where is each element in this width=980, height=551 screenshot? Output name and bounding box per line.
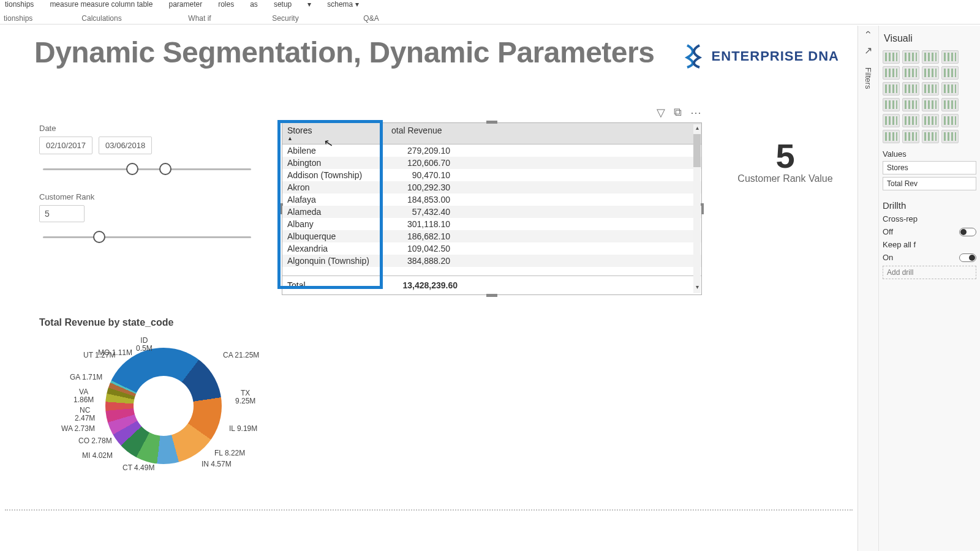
viz-type-icon[interactable]	[941, 82, 959, 96]
ribbon-item[interactable]: tionships	[4, 0, 35, 9]
viz-type-icon[interactable]	[883, 50, 900, 64]
table-row[interactable]: Albuquerque186,682.10	[282, 230, 701, 242]
date-slicer[interactable]: Date 02/10/2017 03/06/2018	[39, 124, 272, 175]
page-break	[5, 509, 853, 511]
donut-label: TX9.25M	[235, 389, 255, 405]
viz-type-icon[interactable]	[902, 50, 919, 64]
donut-label: NC2.47M	[75, 407, 95, 422]
donut-label: GA 1.71M	[70, 373, 102, 381]
rank-slicer[interactable]: Customer Rank 5	[39, 192, 272, 243]
viz-type-icon[interactable]	[883, 66, 900, 80]
table-row[interactable]: Algonquin (Township)384,888.20	[282, 255, 701, 267]
slicer-label: Customer Rank	[39, 192, 272, 201]
scrollbar[interactable]	[693, 134, 701, 283]
viz-type-icon[interactable]	[941, 66, 959, 80]
viz-type-icon[interactable]	[883, 114, 900, 127]
scroll-up-icon[interactable]: ▴	[693, 124, 701, 134]
viz-type-icon[interactable]	[883, 98, 900, 111]
donut-ring[interactable]	[105, 348, 222, 464]
ribbon-item[interactable]: measure measure column table	[48, 0, 154, 9]
cell-store: Abilene	[282, 144, 386, 157]
column-header-revenue[interactable]: otal Revenue	[386, 123, 701, 144]
table-row[interactable]: Albany301,118.10	[282, 218, 701, 230]
resize-handle[interactable]	[486, 294, 497, 297]
on-label: On	[883, 253, 893, 262]
add-drillthrough-field[interactable]: Add drill	[883, 266, 976, 279]
viz-type-icon[interactable]	[902, 98, 919, 111]
viz-type-icon[interactable]	[902, 82, 919, 96]
cross-report-toggle[interactable]	[959, 228, 976, 236]
viz-type-icon[interactable]	[922, 82, 939, 96]
scroll-thumb[interactable]	[693, 134, 701, 167]
donut-label: MI 4.02M	[82, 452, 113, 460]
field-pill-revenue[interactable]: Total Rev	[883, 177, 976, 190]
table-visual[interactable]: ▽ ⧉ ⋯ Stores ▲ ↖ otal Revenue Abilene279…	[282, 122, 702, 295]
collapse-chevron-icon[interactable]: ‹	[863, 31, 874, 34]
viz-type-icon[interactable]	[902, 130, 919, 143]
ribbon-item[interactable]: roles	[217, 0, 235, 9]
table-row[interactable]: Abington120,606.70	[282, 157, 701, 169]
visualizations-heading: Visuali	[884, 33, 976, 44]
donut-label: VA1.86M	[74, 388, 94, 404]
viz-type-icon[interactable]	[941, 130, 959, 143]
table-row[interactable]: Alameda57,432.40	[282, 206, 701, 218]
logo: ENTERPRISE DNA	[681, 44, 839, 69]
date-to-input[interactable]: 03/06/2018	[99, 137, 152, 154]
cell-revenue: 186,682.10	[386, 230, 701, 242]
donut-label: IL 9.19M	[229, 425, 257, 433]
viz-type-icon[interactable]	[883, 130, 900, 143]
cell-revenue: 279,209.10	[386, 144, 701, 157]
ribbon-item[interactable]: parameter	[167, 0, 203, 9]
scroll-down-icon[interactable]: ▾	[693, 283, 701, 293]
focus-mode-icon[interactable]: ⧉	[674, 106, 682, 119]
ribbon-item[interactable]: as	[249, 0, 259, 9]
slider-handle[interactable]	[93, 231, 105, 243]
ribbon-item[interactable]: schema ▾	[326, 0, 360, 9]
viz-type-icon[interactable]	[941, 50, 959, 64]
slider-handle-right[interactable]	[159, 163, 172, 175]
values-well-label: Values	[883, 149, 976, 159]
date-slider[interactable]	[43, 163, 251, 175]
card-visual[interactable]: 5 Customer Rank Value	[730, 136, 840, 184]
keep-filters-toggle[interactable]	[959, 253, 976, 262]
viz-type-icon[interactable]	[883, 82, 900, 96]
slider-handle-left[interactable]	[126, 163, 138, 175]
column-header-stores[interactable]: Stores	[287, 126, 312, 135]
field-pill-stores[interactable]: Stores	[883, 161, 976, 174]
ribbon: tionships measure measure column table p…	[0, 0, 980, 24]
viz-type-icon[interactable]	[902, 114, 919, 127]
filters-tab-label[interactable]: Filters	[864, 67, 873, 89]
viz-type-icon[interactable]	[922, 50, 939, 64]
table-row[interactable]: Alafaya184,853.00	[282, 193, 701, 206]
table-row[interactable]: Alexandria109,042.50	[282, 242, 701, 255]
rank-slider[interactable]	[43, 231, 251, 243]
ribbon-item[interactable]: setup	[273, 0, 293, 9]
donut-label: CO 2.78M	[78, 437, 112, 445]
resize-handle[interactable]	[486, 121, 497, 124]
cell-revenue: 90,470.10	[386, 169, 701, 181]
table-header[interactable]: Stores ▲ ↖ otal Revenue	[282, 123, 701, 144]
table-row[interactable]: Abilene279,209.10	[282, 144, 701, 157]
viz-type-icon[interactable]	[941, 114, 959, 127]
viz-type-icon[interactable]	[922, 98, 939, 111]
donut-label: CA 21.25M	[223, 351, 259, 359]
table-body[interactable]: Abilene279,209.10Abington120,606.70Addis…	[282, 144, 701, 276]
rank-input[interactable]: 5	[39, 205, 85, 222]
filter-icon[interactable]: ▽	[657, 106, 665, 119]
cell-store: Alexandria	[282, 242, 386, 255]
card-value: 5	[730, 136, 840, 176]
viz-type-icon[interactable]	[922, 114, 939, 127]
filters-tab[interactable]: ↗	[864, 45, 872, 56]
date-from-input[interactable]: 02/10/2017	[39, 137, 92, 154]
donut-chart[interactable]: Total Revenue by state_code CA 21.25MTX9…	[39, 317, 345, 485]
table-row[interactable]: Addison (Township)90,470.10	[282, 169, 701, 181]
viz-type-icon[interactable]	[902, 66, 919, 80]
viz-type-icon[interactable]	[922, 130, 939, 143]
viz-type-icon[interactable]	[941, 98, 959, 111]
donut-label: ID0.5M	[136, 337, 153, 353]
ribbon-dropdown-icon[interactable]: ▾	[306, 0, 312, 9]
table-row[interactable]: Akron100,292.30	[282, 181, 701, 193]
more-options-icon[interactable]: ⋯	[690, 106, 701, 119]
keep-filters-label: Keep all f	[883, 240, 916, 249]
viz-type-icon[interactable]	[922, 66, 939, 80]
